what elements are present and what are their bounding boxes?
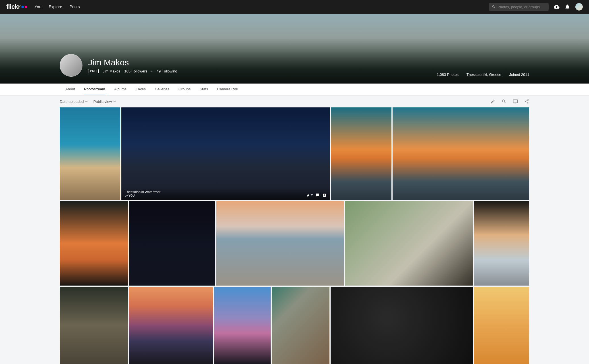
photo-thumbnail[interactable]: [60, 107, 120, 200]
search-icon[interactable]: [501, 99, 507, 104]
flickr-logo[interactable]: flickr: [6, 3, 27, 11]
notifications-icon[interactable]: [565, 4, 570, 10]
photo-overlay: Thessaloniki Waterfront by YOU! 2: [121, 187, 330, 200]
profile-meta: PRO Jim Makos 165 Followers • 49 Followi…: [88, 69, 177, 73]
fav-count: 2: [311, 194, 313, 197]
logo-dot-blue: [21, 6, 24, 8]
profile-header-left: Jim Makos PRO Jim Makos 165 Followers • …: [60, 54, 177, 77]
edit-icon[interactable]: [490, 99, 495, 104]
nav-explore[interactable]: Explore: [49, 5, 62, 9]
tab-galleries[interactable]: Galleries: [155, 84, 169, 95]
profile-username: Jim Makos: [103, 69, 120, 73]
photo-thumbnail[interactable]: [129, 287, 213, 364]
photo-thumbnail[interactable]: [60, 201, 128, 286]
logo-dot-pink: [25, 6, 27, 8]
photo-thumbnail[interactable]: Thessaloniki Waterfront by YOU! 2: [121, 107, 330, 200]
slideshow-icon[interactable]: [513, 99, 518, 104]
meta-separator: •: [151, 69, 153, 73]
photostream-toolbar: Date uploaded Public view: [0, 95, 589, 107]
search-icon: [492, 5, 496, 9]
photo-thumbnail[interactable]: [474, 287, 529, 364]
profile-location: Thessaloniki, Greece: [466, 72, 501, 77]
photos-count: 1,083 Photos: [437, 72, 459, 77]
photo-thumbnail[interactable]: [345, 201, 473, 286]
star-icon: [306, 193, 310, 197]
profile-joined: Joined 2011: [509, 72, 529, 77]
tab-groups[interactable]: Groups: [179, 84, 191, 95]
logo-text: flickr: [6, 3, 20, 11]
view-dropdown[interactable]: Public view: [94, 99, 116, 104]
share-icon[interactable]: [524, 99, 529, 104]
top-navbar: flickr You Explore Prints: [0, 0, 589, 14]
following-count[interactable]: 49 Following: [157, 69, 177, 73]
fav-button[interactable]: 2: [306, 193, 313, 197]
tab-camera-roll[interactable]: Camera Roll: [217, 84, 238, 95]
pro-badge[interactable]: PRO: [88, 69, 99, 73]
photo-thumbnail[interactable]: [331, 287, 473, 364]
photo-gallery: Thessaloniki Waterfront by YOU! 2: [0, 107, 589, 364]
photo-thumbnail[interactable]: [129, 201, 215, 286]
chevron-down-icon: [113, 100, 116, 103]
sort-dropdown[interactable]: Date uploaded: [60, 99, 88, 104]
photo-thumbnail[interactable]: [216, 201, 344, 286]
upload-icon[interactable]: [554, 4, 559, 10]
tab-faves[interactable]: Faves: [136, 84, 146, 95]
sort-label: Date uploaded: [60, 99, 84, 104]
nav-prints[interactable]: Prints: [70, 5, 80, 9]
gallery-row: [60, 287, 529, 364]
photo-thumbnail[interactable]: [60, 287, 128, 364]
photo-thumbnail[interactable]: [331, 107, 391, 200]
comment-icon[interactable]: [316, 193, 320, 197]
profile-tabs: About Photostream Albums Faves Galleries…: [0, 84, 589, 95]
photo-title: Thessaloniki Waterfront: [125, 190, 161, 194]
photo-thumbnail[interactable]: [272, 287, 329, 364]
photo-thumbnail[interactable]: [393, 107, 529, 200]
user-avatar[interactable]: [575, 3, 583, 11]
gallery-row: [60, 201, 529, 286]
tab-photostream[interactable]: Photostream: [84, 84, 105, 95]
navbar-right: [489, 3, 583, 11]
tab-about[interactable]: About: [65, 84, 75, 95]
photo-author: by YOU!: [125, 194, 161, 197]
add-to-album-icon[interactable]: [322, 193, 326, 197]
tab-stats[interactable]: Stats: [200, 84, 208, 95]
search-input[interactable]: [497, 5, 546, 9]
gallery-row: Thessaloniki Waterfront by YOU! 2: [60, 107, 529, 200]
cover-photo: Jim Makos PRO Jim Makos 165 Followers • …: [0, 14, 589, 84]
view-label: Public view: [94, 99, 112, 104]
photo-thumbnail[interactable]: [214, 287, 271, 364]
profile-header-right: 1,083 Photos Thessaloniki, Greece Joined…: [437, 72, 529, 77]
profile-avatar[interactable]: [60, 54, 82, 77]
profile-name: Jim Makos: [88, 58, 177, 67]
search-box[interactable]: [489, 3, 549, 11]
navbar-left: flickr You Explore Prints: [6, 3, 80, 11]
chevron-down-icon: [85, 100, 88, 103]
photo-thumbnail[interactable]: [474, 201, 529, 286]
tab-albums[interactable]: Albums: [114, 84, 126, 95]
followers-count[interactable]: 165 Followers: [124, 69, 147, 73]
nav-you[interactable]: You: [35, 5, 42, 9]
